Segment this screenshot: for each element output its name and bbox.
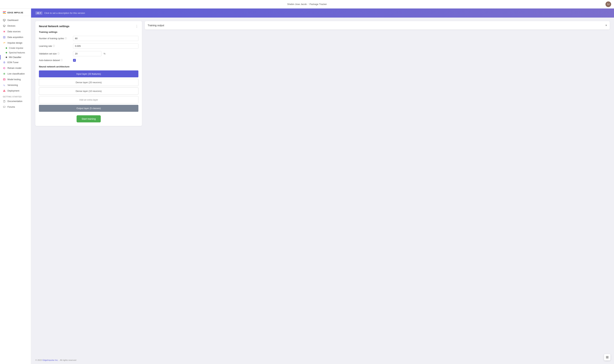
sidebar-subitem-spectral-features[interactable]: Spectral features	[0, 50, 31, 55]
avatar: SJ	[605, 1, 611, 7]
svg-rect-13	[607, 357, 608, 358]
neural-network-card: Neural Network settings ⋮ Training setti…	[35, 21, 142, 126]
version-description[interactable]: Click to set a description for this vers…	[44, 12, 85, 14]
input-learning-rate[interactable]	[73, 43, 139, 49]
version-banner: #1 ▾ Click to set a description for this…	[31, 9, 614, 18]
topbar-separator: /	[308, 3, 308, 5]
help-icon-cycles[interactable]: ⓘ	[65, 37, 67, 40]
card-menu-icon[interactable]: ⋮	[135, 25, 139, 28]
dense-layer-1[interactable]: Dense layer (20 neurons)	[39, 79, 139, 86]
sidebar-item-label-versioning: Versioning	[7, 84, 18, 86]
training-output-card: Training output ▾	[145, 21, 610, 30]
layer-block-output: Output layer (5 classes)	[39, 105, 139, 112]
sidebar-nav: Dashboard Devices Data sources	[0, 16, 31, 364]
sidebar-item-label-devices: Devices	[7, 25, 15, 27]
svg-rect-0	[3, 19, 5, 21]
sidebar-item-label-retrain: Retrain model	[7, 67, 21, 69]
help-icon-lr[interactable]: ⓘ	[53, 45, 55, 48]
sidebar-item-label-eon: EON Tuner	[7, 61, 19, 64]
sidebar-subitem-nn-classifier[interactable]: NN Classifier	[0, 55, 31, 60]
settings-fab[interactable]	[604, 354, 611, 361]
right-panel: Training output ▾	[145, 21, 610, 353]
label-learning-rate: Learning rate ⓘ	[39, 45, 71, 48]
version-dropdown-icon[interactable]: ▾	[40, 12, 41, 14]
topbar: Shebin Jose Jacob / Package Tracker SJ	[0, 0, 614, 9]
help-icon-autobalance[interactable]: ⓘ	[61, 59, 63, 62]
card-header: Neural Network settings ⋮	[39, 25, 139, 28]
spectral-features-dot	[6, 52, 7, 53]
sidebar-logo: EDGE IMPULSE	[0, 9, 31, 16]
sidebar-item-data-sources[interactable]: Data sources	[0, 29, 31, 34]
logo-line-blue	[3, 12, 5, 13]
sidebar-item-data-acquisition[interactable]: Data acquisition	[0, 34, 31, 40]
start-training-button[interactable]: Start training	[77, 115, 100, 122]
output-layer: Output layer (5 classes)	[39, 105, 139, 112]
version-badge[interactable]: #1 ▾	[35, 11, 42, 15]
version-number: #1	[37, 12, 39, 14]
layer-block-add[interactable]: Add an extra layer	[39, 96, 139, 104]
sidebar-item-dashboard[interactable]: Dashboard	[0, 17, 31, 23]
sidebar-item-devices[interactable]: Devices	[0, 23, 31, 29]
footer-rights: . All rights reserved	[59, 359, 76, 361]
create-impulse-dot	[6, 47, 7, 49]
layer-block-input: Input layer (33 features)	[39, 70, 139, 77]
training-output-dropdown[interactable]: ▾	[605, 24, 607, 27]
monitor-icon	[3, 19, 6, 22]
label-auto-balance: Auto-balance dataset ⓘ	[39, 59, 71, 62]
data-sources-icon	[3, 30, 6, 33]
sidebar-logo-text: EDGE IMPULSE	[7, 12, 23, 14]
dense-layer-2[interactable]: Dense layer (10 neurons)	[39, 88, 139, 95]
forums-icon	[3, 105, 6, 108]
arch-title: Neural network architecture	[39, 65, 139, 68]
sidebar: EDGE IMPULSE Dashboard Devices	[0, 9, 31, 364]
svg-rect-11	[607, 356, 608, 357]
sidebar-item-impulse-design[interactable]: Impulse design	[0, 40, 31, 46]
sidebar-subitem-create-impulse[interactable]: Create impulse	[0, 46, 31, 50]
sidebar-item-label-data-sources: Data sources	[7, 30, 21, 33]
sidebar-item-versioning[interactable]: Versioning	[0, 82, 31, 88]
topbar-center: Shebin Jose Jacob / Package Tracker	[287, 3, 327, 5]
training-output-title: Training output	[148, 24, 164, 27]
checkbox-auto-balance[interactable]	[73, 59, 76, 62]
layer-block-dense-1[interactable]: Dense layer (20 neurons)	[39, 79, 139, 86]
left-panel: Neural Network settings ⋮ Training setti…	[35, 21, 142, 353]
input-layer: Input layer (33 features)	[39, 70, 139, 77]
sidebar-item-retrain[interactable]: Retrain model	[0, 65, 31, 71]
content-area: Neural Network settings ⋮ Training setti…	[31, 18, 614, 356]
input-training-cycles[interactable]	[73, 36, 139, 41]
sidebar-item-forums[interactable]: Forums	[0, 104, 31, 110]
sidebar-item-documentation[interactable]: Documentation	[0, 98, 31, 104]
eon-tuner-icon	[3, 61, 6, 64]
help-icon-validation[interactable]: ⓘ	[57, 52, 59, 55]
sidebar-item-deployment[interactable]: Deployment	[0, 88, 31, 94]
form-row-validation: Validation set size ⓘ %	[39, 51, 139, 56]
sidebar-item-model-testing[interactable]: Model testing	[0, 77, 31, 82]
sidebar-subitem-label-nn: NN Classifier	[9, 56, 21, 59]
logo-line-red	[3, 11, 6, 12]
layout: EDGE IMPULSE Dashboard Devices	[0, 9, 614, 364]
footer-company-link[interactable]: EdgeImpulse Inc.	[42, 359, 58, 361]
input-validation[interactable]	[73, 51, 101, 56]
arch-section: Neural network architecture Input layer …	[39, 65, 139, 112]
add-extra-layer[interactable]: Add an extra layer	[39, 96, 139, 104]
sidebar-item-live-classification[interactable]: Live classification	[0, 71, 31, 77]
card-title: Neural Network settings	[39, 25, 70, 28]
svg-rect-12	[606, 357, 607, 358]
impulse-icon	[3, 41, 6, 44]
form-row-learning-rate: Learning rate ⓘ	[39, 43, 139, 49]
layer-block-dense-2[interactable]: Dense layer (10 neurons)	[39, 88, 139, 95]
form-row-auto-balance: Auto-balance dataset ⓘ	[39, 59, 139, 62]
training-settings-label: Training settings	[39, 31, 139, 33]
validation-suffix: %	[104, 52, 106, 55]
label-validation: Validation set size ⓘ	[39, 52, 71, 55]
sidebar-subitem-label-spectral: Spectral features	[9, 52, 25, 54]
sidebar-item-eon-tuner[interactable]: EON Tuner	[0, 60, 31, 65]
footer-copyright: © 2022	[35, 359, 42, 361]
getting-started-label: GETTING STARTED	[0, 94, 31, 98]
model-testing-icon	[3, 78, 6, 81]
sidebar-item-label-documentation: Documentation	[7, 100, 22, 103]
deployment-icon	[3, 89, 6, 92]
svg-rect-10	[606, 356, 607, 357]
logo-line-orange	[3, 13, 6, 14]
form-row-training-cycles: Number of training cycles ⓘ	[39, 36, 139, 41]
